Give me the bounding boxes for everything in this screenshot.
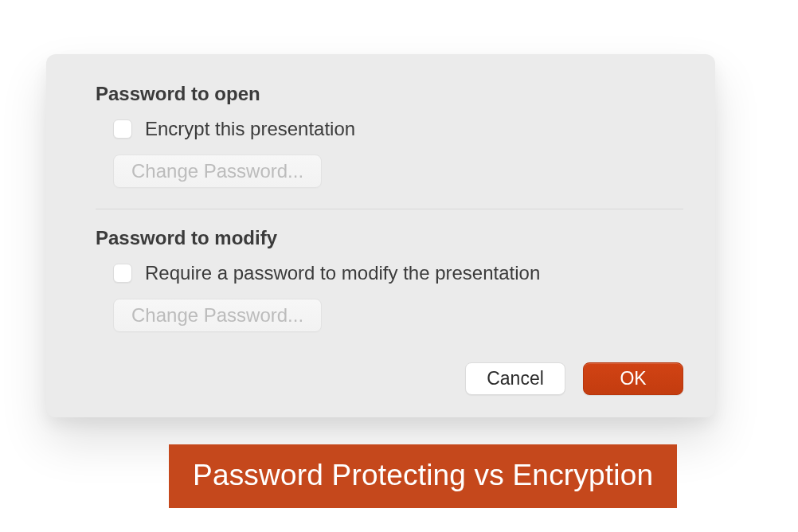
password-dialog: Password to open Encrypt this presentati… [46,54,715,417]
ok-button[interactable]: OK [583,362,683,395]
require-password-checkbox-label: Require a password to modify the present… [145,262,540,284]
encrypt-checkbox-label: Encrypt this presentation [145,118,355,140]
password-to-open-section: Password to open Encrypt this presentati… [96,83,683,188]
password-to-modify-section: Password to modify Require a password to… [96,227,683,332]
require-password-checkbox-row: Require a password to modify the present… [113,262,683,284]
require-password-checkbox[interactable] [113,264,132,283]
section-title-modify: Password to modify [96,227,683,249]
change-password-modify-button: Change Password... [113,299,322,332]
encrypt-checkbox-row: Encrypt this presentation [113,118,683,140]
caption-overlay: Password Protecting vs Encryption [169,444,677,508]
section-divider [96,209,683,209]
change-password-open-button: Change Password... [113,155,322,188]
encrypt-checkbox[interactable] [113,119,132,139]
section-title-open: Password to open [96,83,683,105]
cancel-button[interactable]: Cancel [465,362,565,395]
dialog-button-row: Cancel OK [96,362,683,395]
